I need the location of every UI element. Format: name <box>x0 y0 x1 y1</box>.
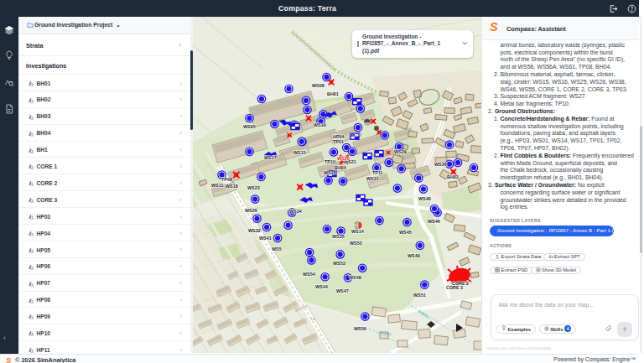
svg-text:TP08: TP08 <box>221 177 232 182</box>
svg-text:WS53: WS53 <box>333 261 345 266</box>
svg-text:WS46: WS46 <box>428 219 440 224</box>
svg-text:WS11: WS11 <box>211 183 223 188</box>
svg-text:WS41: WS41 <box>259 236 272 241</box>
svg-text:WS47: WS47 <box>336 288 349 293</box>
svg-text:WS48: WS48 <box>349 275 361 280</box>
svg-text:WS5: WS5 <box>272 246 282 252</box>
svg-text:WS45: WS45 <box>399 230 412 235</box>
svg-text:L8: L8 <box>311 317 315 321</box>
svg-text:WS44: WS44 <box>315 284 328 289</box>
svg-text:WS16: WS16 <box>350 132 362 137</box>
svg-text:WS26: WS26 <box>245 208 257 213</box>
svg-text:WS50: WS50 <box>354 326 366 331</box>
svg-text:WS29: WS29 <box>394 149 407 154</box>
svg-text:WS15: WS15 <box>293 150 306 155</box>
svg-text:WS19: WS19 <box>314 122 326 127</box>
svg-text:WS20: WS20 <box>337 156 350 161</box>
svg-text:WS05: WS05 <box>243 124 256 129</box>
svg-text:WS17: WS17 <box>264 155 277 160</box>
svg-text:WS36: WS36 <box>434 162 447 167</box>
svg-text:WS49: WS49 <box>408 253 420 258</box>
svg-text:WS31: WS31 <box>366 176 379 181</box>
svg-text:TP01: TP01 <box>333 139 344 144</box>
svg-text:WS51: WS51 <box>413 293 426 298</box>
svg-text:WS34: WS34 <box>289 209 302 214</box>
svg-text:BH03: BH03 <box>447 174 459 179</box>
svg-text:CORE 3: CORE 3 <box>446 285 463 290</box>
svg-text:WS40: WS40 <box>418 196 431 201</box>
svg-text:WS02: WS02 <box>277 99 289 104</box>
svg-text:WS54: WS54 <box>303 272 315 277</box>
svg-text:WS08: WS08 <box>312 83 325 88</box>
svg-text:WS52: WS52 <box>350 241 362 246</box>
svg-text:WS14: WS14 <box>351 229 364 234</box>
svg-text:WS23: WS23 <box>247 185 260 190</box>
svg-text:WS18: WS18 <box>226 184 238 189</box>
svg-text:TP10: TP10 <box>325 159 335 164</box>
svg-text:TP11: TP11 <box>372 170 383 175</box>
svg-text:WS03: WS03 <box>250 106 262 111</box>
svg-text:BH04: BH04 <box>335 165 346 170</box>
svg-text:WS28: WS28 <box>324 170 336 175</box>
svg-text:WS35: WS35 <box>332 234 345 239</box>
svg-text:BH01: BH01 <box>327 91 339 96</box>
svg-text:WS32: WS32 <box>248 228 261 233</box>
